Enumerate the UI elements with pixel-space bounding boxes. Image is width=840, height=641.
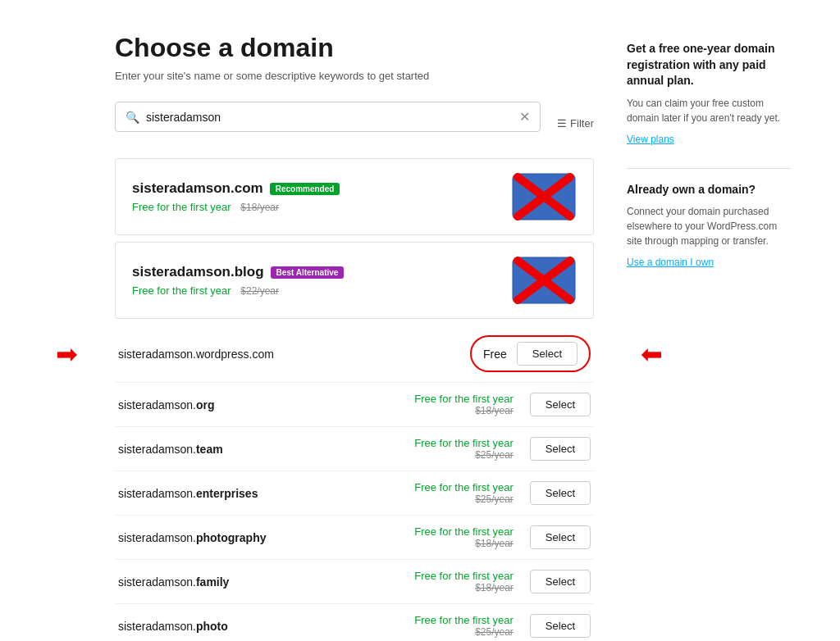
badge-recommended: Recommended [270, 183, 340, 195]
price-original-org: $18/year [414, 405, 514, 416]
search-bar: 🔍 ✕ [115, 102, 541, 132]
domain-tld-team: team [196, 443, 223, 456]
sidebar-promo-desc: You can claim your free custom domain la… [627, 96, 791, 125]
domain-row-price-photography: Free for the first year $18/year [414, 525, 514, 549]
price-free-photography: Free for the first year [414, 525, 514, 538]
wordpress-select-button[interactable]: Select [517, 342, 578, 366]
domain-row-right-team: Free for the first year $25/year Select [414, 437, 591, 461]
price-free-com: Free for the first year [132, 201, 231, 213]
domain-tld-family: family [196, 575, 229, 589]
price-original-team: $25/year [414, 449, 514, 461]
domain-card-left-blog: sisteradamson.blog Best Alternative Free… [132, 264, 511, 297]
left-arrow-annotation: ➡ [56, 339, 78, 370]
domain-row-photo: sisteradamson.photo Free for the first y… [115, 604, 594, 641]
x-overlay-com [511, 172, 577, 221]
domain-card-right-blog [511, 256, 577, 305]
view-plans-link[interactable]: View plans [627, 134, 674, 145]
page-subtitle: Enter your site's name or some descripti… [115, 70, 594, 82]
domain-tld-org: org [196, 398, 215, 411]
price-free-org: Free for the first year [414, 393, 514, 405]
free-highlight: free [659, 42, 680, 55]
wordpress-domain-row: ➡ sisteradamson.wordpress.com Free Selec… [115, 325, 594, 383]
badge-alternative: Best Alternative [271, 266, 345, 279]
filter-icon: ☰ [557, 117, 567, 130]
domain-row-name-photography: sisteradamson.photography [118, 531, 266, 544]
x-overlay-blog [511, 256, 577, 305]
domain-card-right-com [511, 172, 577, 221]
domain-row-name-team: sisteradamson.team [118, 443, 223, 456]
price-free-blog: Free for the first year [132, 284, 231, 297]
domain-row-price-photo: Free for the first year $25/year [414, 614, 514, 638]
price-original-photo: $25/year [414, 626, 514, 638]
domain-row-org: sisteradamson.org Free for the first yea… [115, 383, 594, 427]
page-title: Choose a domain [115, 33, 594, 63]
clear-icon[interactable]: ✕ [519, 109, 530, 125]
domain-name-blog: sisteradamson.blog [132, 264, 264, 280]
select-button-photo[interactable]: Select [530, 614, 591, 638]
select-button-org[interactable]: Select [530, 393, 591, 416]
domain-row-team: sisteradamson.team Free for the first ye… [115, 427, 594, 471]
price-original-blog: $22/year [240, 285, 279, 297]
domain-row-name-org: sisteradamson.org [118, 398, 215, 411]
domain-tld-enterprises: enterprises [196, 487, 258, 500]
filter-button[interactable]: ☰ Filter [557, 117, 594, 130]
domain-row-right-org: Free for the first year $18/year Select [414, 393, 591, 416]
price-original-enterprises: $25/year [414, 493, 514, 505]
domain-row-name-enterprises: sisteradamson.enterprises [118, 487, 258, 500]
wordpress-row-right: Free Select ⬅ [470, 335, 591, 372]
domain-row-right-family: Free for the first year $18/year Select [414, 570, 591, 593]
sidebar-divider [627, 168, 791, 169]
domain-row-price-family: Free for the first year $18/year [414, 570, 514, 593]
domain-row-name-photo: sisteradamson.photo [118, 620, 228, 633]
domain-row-photography: sisteradamson.photography Free for the f… [115, 516, 594, 560]
sidebar-own-domain-title: Already own a domain? [627, 182, 791, 198]
domain-row-enterprises: sisteradamson.enterprises Free for the f… [115, 471, 594, 516]
sidebar-promo-box: Get a free one-year domain registration … [627, 41, 791, 145]
domain-tld-photography: photography [196, 531, 267, 544]
sidebar-own-domain-box: Already own a domain? Connect your domai… [627, 182, 791, 269]
domain-card-blog: sisteradamson.blog Best Alternative Free… [115, 242, 594, 319]
price-free-photo: Free for the first year [414, 614, 514, 626]
select-button-photography[interactable]: Select [530, 525, 591, 549]
price-original-com: $18/year [240, 202, 279, 213]
domain-card-left-com: sisteradamson.com Recommended Free for t… [132, 180, 511, 213]
domain-row-right-photo: Free for the first year $25/year Select [414, 614, 591, 638]
wordpress-free-label: Free [483, 348, 507, 361]
price-original-family: $18/year [414, 582, 514, 593]
right-arrow-annotation: ⬅ [641, 339, 663, 370]
select-button-family[interactable]: Select [530, 570, 591, 593]
domain-rows-container: sisteradamson.org Free for the first yea… [115, 383, 594, 641]
domain-row-right-photography: Free for the first year $18/year Select [414, 525, 591, 549]
domain-name-com: sisteradamson.com [132, 180, 263, 197]
price-free-family: Free for the first year [414, 570, 514, 582]
domain-tld-photo: photo [196, 620, 228, 633]
price-free-enterprises: Free for the first year [414, 481, 514, 493]
sidebar: Get a free one-year domain registration … [627, 33, 791, 641]
search-icon: 🔍 [126, 111, 139, 124]
search-input[interactable] [146, 111, 513, 124]
select-button-enterprises[interactable]: Select [530, 481, 591, 505]
wordpress-domain-name: sisteradamson.wordpress.com [118, 348, 274, 361]
domain-card-com: sisteradamson.com Recommended Free for t… [115, 158, 594, 235]
domain-row-family: sisteradamson.family Free for the first … [115, 560, 594, 604]
price-original-photography: $18/year [414, 538, 514, 549]
domain-row-name-family: sisteradamson.family [118, 575, 229, 589]
select-button-team[interactable]: Select [530, 437, 591, 461]
domain-row-price-enterprises: Free for the first year $25/year [414, 481, 514, 505]
domain-row-price-org: Free for the first year $18/year [414, 393, 514, 416]
domain-row-price-team: Free for the first year $25/year [414, 437, 514, 461]
domain-row-right-enterprises: Free for the first year $25/year Select [414, 481, 591, 505]
filter-label: Filter [570, 117, 594, 130]
use-own-domain-link[interactable]: Use a domain I own [627, 257, 714, 268]
price-free-team: Free for the first year [414, 437, 514, 449]
sidebar-promo-title: Get a free one-year domain registration … [627, 41, 791, 89]
sidebar-own-domain-desc: Connect your domain purchased elsewhere … [627, 204, 791, 248]
